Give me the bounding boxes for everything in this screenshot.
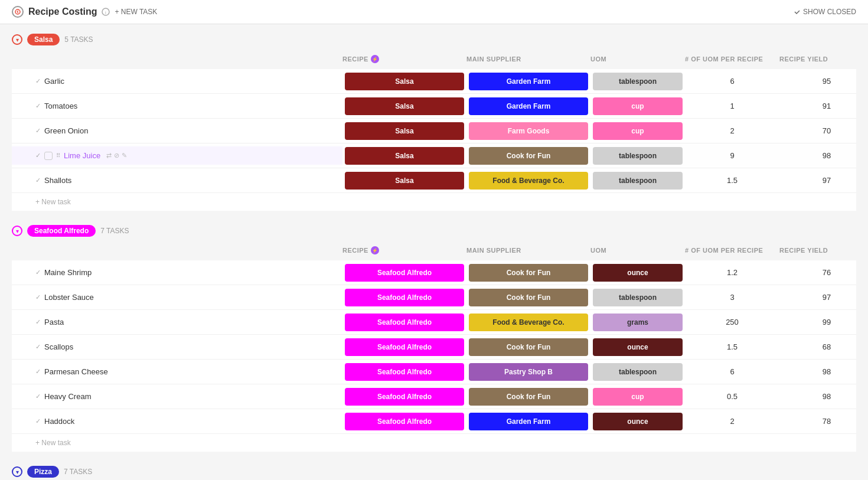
task-name: Pasta — [44, 318, 64, 326]
uom-per-recipe-cell: 250 — [685, 313, 779, 331]
task-check-icon: ✓ — [35, 417, 41, 425]
col-recipe: RECIPE ⚡ — [342, 53, 466, 66]
table-row: ✓ Haddock Seafood Alfredo Garden Farm ou… — [12, 409, 856, 434]
task-name-cell: ✓ Maine Shrimp — [12, 263, 342, 282]
supplier-cell: Food & Beverage Co. — [466, 311, 590, 334]
task-check-icon: ✓ — [35, 127, 41, 135]
task-name-cell: ✓ Garlic — [12, 72, 342, 90]
uom-cell: tablespoon — [590, 169, 685, 192]
task-subtask-icon[interactable]: ⇄ — [106, 152, 112, 159]
table-row: ✓ Garlic Salsa Garden Farm tablespoon 6 … — [12, 69, 856, 94]
task-name-cell: ✓ Green Onion — [12, 122, 342, 140]
new-task-button[interactable]: + NEW TASK — [115, 8, 157, 16]
uom-cell: grams — [590, 311, 685, 334]
uom-cell: ounce — [590, 410, 685, 433]
uom-per-recipe-cell: 1.5 — [685, 338, 779, 356]
task-name: Garlic — [44, 77, 64, 86]
recipe-yield-cell: 78 — [779, 412, 868, 430]
task-name-cell: ✓ Lobster Sauce — [12, 288, 342, 306]
recipe-cell: Salsa — [342, 145, 466, 167]
supplier-cell: Garden Farm — [466, 410, 590, 433]
table-row: ✓ Scallops Seafood Alfredo Cook for Fun … — [12, 335, 856, 360]
recipe-badge: Seafood Alfredo — [345, 289, 464, 306]
supplier-badge: Pastry Shop B — [469, 363, 588, 381]
recipe-badge: Salsa — [345, 147, 464, 165]
task-action-group: ⇄ ⊘ ✎ — [106, 152, 127, 159]
recipe-badge: Salsa — [345, 97, 464, 115]
recipe-badge: Seafood Alfredo — [345, 338, 464, 356]
recipe-col-icon: ⚡ — [371, 55, 379, 63]
col-uom-per-recipe: # OF UOM PER RECIPE — [685, 244, 779, 257]
table-row: ✓ Shallots Salsa Food & Beverage Co. tab… — [12, 168, 856, 193]
uom-per-recipe-cell: 2 — [685, 412, 779, 430]
recipe-yield-cell: 98 — [779, 387, 868, 406]
task-name-cell: ✓ Haddock — [12, 412, 342, 430]
supplier-badge: Cook for Fun — [469, 289, 588, 306]
group-toggle[interactable]: ▾ — [12, 34, 22, 45]
uom-badge: tablespoon — [593, 363, 683, 381]
col-supplier: MAIN SUPPLIER — [466, 53, 590, 66]
supplier-cell: Cook for Fun — [466, 145, 590, 167]
task-name: Parmesan Cheese — [44, 367, 108, 376]
col-uom-per-recipe: # OF UOM PER RECIPE — [685, 53, 779, 66]
uom-cell: cup — [590, 95, 685, 117]
uom-cell: cup — [590, 386, 685, 408]
recipe-yield-cell: 97 — [779, 288, 868, 306]
recipe-badge: Seafood Alfredo — [345, 363, 464, 381]
task-edit-icon[interactable]: ✎ — [122, 152, 127, 159]
supplier-cell: Pastry Shop B — [466, 361, 590, 383]
new-task-row[interactable]: + New task — [12, 193, 856, 211]
table-row: ✓ Parmesan Cheese Seafood Alfredo Pastry… — [12, 360, 856, 384]
uom-per-recipe-cell: 6 — [685, 363, 779, 381]
recipe-badge: Seafood Alfredo — [345, 413, 464, 430]
task-check-icon: ✓ — [35, 102, 41, 110]
recipe-cell: Salsa — [342, 70, 466, 93]
header-back-icon[interactable] — [12, 6, 24, 18]
uom-per-recipe-cell: 1 — [685, 97, 779, 115]
col-uom: UOM — [590, 244, 685, 257]
table-row: ✓ Lobster Sauce Seafood Alfredo Cook for… — [12, 285, 856, 310]
supplier-cell: Cook for Fun — [466, 286, 590, 309]
task-name-cell: ✓ Pasta — [12, 313, 342, 331]
task-name: Shallots — [44, 176, 71, 185]
show-closed-button[interactable]: SHOW CLOSED — [794, 8, 856, 16]
recipe-cell: Seafood Alfredo — [342, 311, 466, 334]
task-name-cell: ✓ Tomatoes — [12, 97, 342, 115]
col-recipe-yield: RECIPE YIELD — [779, 244, 868, 257]
supplier-badge: Cook for Fun — [469, 147, 588, 165]
task-check-icon: ✓ — [35, 269, 41, 276]
supplier-badge: Cook for Fun — [469, 338, 588, 356]
task-check-icon: ✓ — [35, 77, 41, 85]
header: Recipe Costing i + NEW TASK SHOW CLOSED — [0, 0, 868, 24]
uom-badge: ounce — [593, 264, 683, 282]
task-name: Heavy Cream — [44, 392, 91, 401]
uom-badge: tablespoon — [593, 147, 683, 165]
uom-cell: tablespoon — [590, 145, 685, 167]
uom-cell: tablespoon — [590, 286, 685, 309]
table-row: ✓ Heavy Cream Seafood Alfredo Cook for F… — [12, 384, 856, 409]
recipe-yield-cell: 99 — [779, 313, 868, 331]
recipe-cell: Salsa — [342, 169, 466, 192]
uom-cell: tablespoon — [590, 361, 685, 383]
group-toggle[interactable]: ▾ — [12, 466, 22, 477]
table-row: ✓ Pasta Seafood Alfredo Food & Beverage … — [12, 310, 856, 335]
task-name: Scallops — [44, 342, 73, 351]
uom-badge: tablespoon — [593, 172, 683, 190]
recipe-cell: Seafood Alfredo — [342, 262, 466, 284]
task-name: Haddock — [44, 417, 74, 426]
group-salsa: ▾ Salsa 5 TASKS RECIPE ⚡ MAIN SUPPLIER U… — [12, 34, 856, 211]
col-supplier: MAIN SUPPLIER — [466, 244, 590, 257]
new-task-row[interactable]: + New task — [12, 434, 856, 452]
task-checkbox[interactable] — [44, 152, 53, 160]
task-circle-icon[interactable]: ⊘ — [114, 152, 119, 159]
uom-badge: tablespoon — [593, 73, 683, 90]
recipe-badge: Salsa — [345, 122, 464, 140]
uom-badge: cup — [593, 97, 683, 115]
supplier-cell: Cook for Fun — [466, 262, 590, 284]
task-check-icon: ✓ — [35, 177, 41, 184]
task-name: Green Onion — [44, 126, 88, 135]
recipe-yield-cell: 91 — [779, 97, 868, 115]
group-toggle[interactable]: ▾ — [12, 226, 22, 236]
recipe-cell: Seafood Alfredo — [342, 386, 466, 408]
recipe-yield-cell: 76 — [779, 263, 868, 282]
